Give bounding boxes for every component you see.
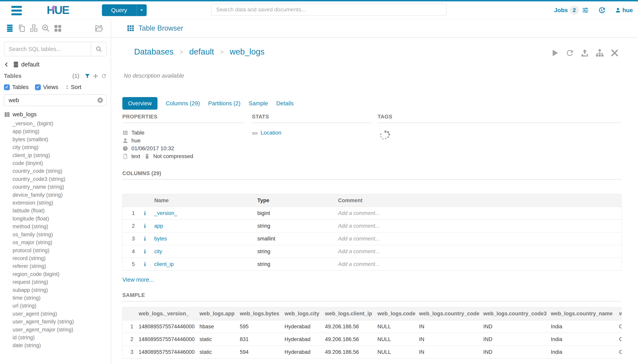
column-name-link[interactable]: _version_ (154, 210, 177, 216)
info-icon[interactable]: i (144, 222, 146, 229)
sql-tables-search-input[interactable] (4, 42, 91, 56)
global-search-input[interactable] (211, 4, 447, 16)
current-database[interactable]: default (21, 61, 40, 68)
property-format: text Not compressed (122, 152, 244, 160)
column-list-item[interactable]: client_ip (string) (13, 152, 111, 159)
clear-filter-icon[interactable] (97, 97, 103, 103)
jobs-link[interactable]: Jobs (554, 7, 568, 14)
sliders-icon[interactable] (582, 6, 589, 14)
column-list-item[interactable]: app (string) (13, 128, 111, 135)
column-list-item[interactable]: country_name (string) (13, 183, 111, 191)
sort-toggle[interactable]: Sort (65, 84, 81, 90)
column-list-item[interactable]: time (string) (13, 294, 111, 302)
folder-icon[interactable] (95, 24, 103, 32)
column-list-item[interactable]: code (tinyint) (13, 159, 111, 167)
apps-grid-icon[interactable] (53, 24, 62, 32)
sample-header-row: web_logs._version_web_logs.appweb_logs.b… (123, 307, 622, 320)
table-tree-item[interactable]: web_logs (4, 111, 111, 118)
breadcrumb-table[interactable]: web_logs (230, 47, 265, 56)
column-list-item[interactable]: country_code (string) (13, 167, 111, 175)
column-list-item[interactable]: user_agent (string) (13, 310, 111, 318)
search-plus-icon[interactable] (42, 24, 50, 32)
column-list-item[interactable]: protocol (string) (13, 246, 111, 254)
breadcrumb-separator: > (179, 48, 183, 56)
column-comment[interactable]: Add a comment... (337, 220, 621, 232)
tab-details[interactable]: Details (276, 100, 294, 107)
column-list-item[interactable]: date (string) (13, 342, 111, 349)
column-list-item[interactable]: os_family (string) (13, 231, 111, 238)
info-icon[interactable]: i (144, 235, 146, 242)
column-list-item[interactable]: subapp (string) (13, 286, 111, 294)
view-more-link[interactable]: View more... (122, 276, 154, 283)
tab-columns[interactable]: Columns (29) (166, 100, 200, 107)
column-comment[interactable]: Add a comment... (337, 258, 621, 271)
column-list-item[interactable]: user_agent_major (string) (13, 326, 111, 334)
database-icon[interactable] (6, 24, 14, 32)
column-list-item[interactable]: region_code (bigint) (13, 270, 111, 278)
filter-funnel-icon[interactable] (84, 73, 90, 79)
tab-sample[interactable]: Sample (249, 100, 268, 107)
sample-column-header: web_logs.bytes (237, 307, 282, 320)
add-table-icon[interactable] (93, 73, 99, 79)
column-list-item[interactable]: url (string) (13, 302, 111, 310)
column-comment[interactable]: Add a comment... (337, 245, 621, 258)
column-list-item[interactable]: country_code3 (string) (13, 175, 111, 183)
column-list-item[interactable]: os_major (string) (13, 238, 111, 246)
column-name-link[interactable]: bytes (154, 236, 167, 242)
column-comment[interactable]: Add a comment... (337, 232, 621, 245)
documents-icon[interactable] (18, 24, 26, 32)
cubes-icon[interactable] (30, 24, 38, 32)
sitemap-icon[interactable] (595, 48, 604, 58)
column-list-item[interactable]: referer (string) (13, 262, 111, 270)
info-icon[interactable]: i (144, 261, 146, 267)
left-sidebar: default Tables (1) Tables Views Sort web… (0, 19, 111, 364)
column-name-link[interactable]: app (154, 223, 163, 229)
user-menu[interactable]: hue (615, 7, 633, 14)
info-icon[interactable]: i (144, 210, 146, 216)
cell-country-name: India (548, 320, 616, 333)
tab-partitions[interactable]: Partitions (2) (208, 100, 240, 107)
property-compression-value: Not compressed (153, 153, 193, 160)
views-checkbox[interactable] (35, 84, 41, 90)
column-name-link[interactable]: city (154, 248, 162, 254)
column-comment[interactable]: Add a comment... (337, 207, 621, 220)
database-breadcrumb: default (4, 61, 107, 68)
refresh-icon[interactable] (101, 73, 107, 79)
query-button[interactable]: Query (102, 4, 147, 16)
tables-checkbox[interactable] (4, 84, 10, 90)
table-row: 2 1480895575574446000 static 831 Hyderab… (123, 333, 622, 346)
location-link[interactable]: Location (261, 130, 281, 136)
column-list-item[interactable]: device_family (string) (13, 191, 111, 199)
table-filter-input[interactable] (8, 97, 97, 104)
close-icon[interactable] (610, 48, 619, 58)
column-list-item[interactable]: bytes (smallint) (13, 136, 111, 143)
breadcrumb-database[interactable]: default (189, 47, 214, 56)
column-list-item[interactable]: extension (string) (13, 199, 111, 207)
column-list-item[interactable]: _version_ (bigint) (13, 120, 111, 128)
column-name-link[interactable]: client_ip (154, 261, 174, 267)
refresh-icon[interactable] (565, 48, 574, 58)
column-list-item[interactable]: longitude (float) (13, 215, 111, 222)
chevron-left-icon[interactable] (4, 62, 9, 67)
jobs-count-badge[interactable]: 2 (570, 6, 579, 15)
stats-heading: STATS (252, 114, 372, 123)
table-description[interactable]: No description available (124, 72, 621, 80)
history-icon[interactable] (598, 6, 606, 14)
column-list-item[interactable]: latitude (float) (13, 207, 111, 214)
column-list-item[interactable]: city (string) (13, 143, 111, 151)
hamburger-menu-icon[interactable] (12, 6, 22, 14)
tab-overview[interactable]: Overview (122, 97, 157, 110)
column-list-item[interactable]: record (string) (13, 254, 111, 262)
hue-logo[interactable]: HUE (47, 3, 69, 16)
column-list-item[interactable]: id (string) (13, 334, 111, 342)
column-list-item[interactable]: request (string) (13, 278, 111, 286)
column-list-item[interactable]: user_agent_family (string) (13, 318, 111, 326)
sidebar-search-button[interactable] (91, 42, 106, 56)
query-caret-button[interactable] (136, 4, 147, 16)
breadcrumb-databases[interactable]: Databases (134, 47, 174, 56)
play-icon[interactable] (550, 48, 559, 58)
archive-icon (144, 153, 150, 159)
upload-icon[interactable] (580, 48, 589, 58)
info-icon[interactable]: i (144, 248, 146, 254)
column-list-item[interactable]: method (string) (13, 222, 111, 230)
